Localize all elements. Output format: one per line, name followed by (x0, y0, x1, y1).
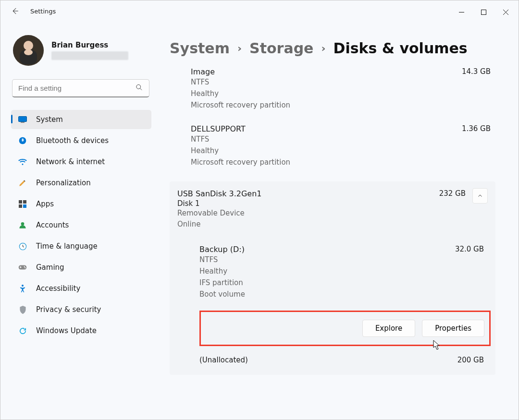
nav-label: System (36, 115, 63, 124)
nav-privacy[interactable]: Privacy & security (11, 300, 151, 319)
svg-point-5 (24, 49, 33, 55)
svg-rect-8 (21, 122, 25, 123)
nav-system[interactable]: System (11, 110, 151, 129)
disk-card: USB SanDisk 3.2Gen1 232 GB Disk 1 Remova… (170, 181, 495, 375)
nav-list: System Bluetooth & devices Network & int… (11, 110, 151, 340)
volume-boot-type: Boot volume (199, 288, 488, 300)
shield-icon (18, 305, 27, 314)
nav-label: Personalization (36, 179, 91, 187)
svg-point-17 (24, 266, 25, 267)
wifi-icon (18, 157, 27, 167)
volume-fs: NTFS (199, 254, 488, 265)
bluetooth-icon (18, 136, 27, 145)
main-content: System › Storage › Disks & volumes Image… (153, 24, 519, 420)
nav-label: Windows Update (36, 326, 97, 335)
nav-accessibility[interactable]: Accessibility (11, 279, 151, 298)
svg-rect-11 (23, 200, 26, 204)
action-highlight-box: Explore Properties (199, 311, 491, 346)
nav-label: Accessibility (36, 284, 80, 293)
profile[interactable]: Brian Burgess (11, 35, 151, 66)
search-input[interactable] (12, 79, 149, 97)
volume-size: 1.36 GB (462, 124, 491, 133)
breadcrumb-system[interactable]: System (170, 40, 230, 57)
svg-rect-7 (19, 117, 27, 122)
unallocated-row[interactable]: (Unallocated) 200 GB (177, 356, 488, 364)
nav-label: Time & language (36, 242, 98, 251)
app-title: Settings (30, 8, 56, 15)
nav-personalization[interactable]: Personalization (11, 173, 151, 192)
nav-label: Network & internet (36, 157, 105, 166)
breadcrumb: System › Storage › Disks & volumes (170, 40, 495, 57)
svg-rect-10 (19, 200, 22, 204)
profile-name: Brian Burgess (51, 41, 128, 49)
chevron-right-icon: › (321, 42, 325, 54)
disk-status: Online (177, 219, 488, 230)
svg-point-18 (25, 267, 25, 268)
nav-update[interactable]: Windows Update (11, 321, 151, 340)
apps-icon (18, 199, 27, 209)
back-button[interactable] (10, 6, 20, 16)
disk-size: 232 GB (439, 189, 466, 198)
nav-apps[interactable]: Apps (11, 194, 151, 214)
svg-rect-12 (19, 204, 22, 208)
nav-network[interactable]: Network & internet (11, 152, 151, 171)
search-box[interactable] (12, 79, 149, 97)
volume-fs: NTFS (191, 133, 495, 145)
nav-label: Privacy & security (36, 305, 101, 314)
person-icon (18, 220, 27, 230)
volume-health: Healthy (199, 265, 488, 277)
disk-id: Disk 1 (177, 199, 488, 208)
nav-accounts[interactable]: Accounts (11, 216, 151, 235)
sidebar: Brian Burgess System Bluetooth & devi (0, 24, 153, 420)
volume-name: Backup (D:) (199, 245, 488, 254)
minimize-button[interactable] (450, 4, 472, 20)
chevron-right-icon: › (237, 42, 242, 54)
volume-name: DELLSUPPORT (191, 124, 495, 133)
profile-email-redacted (51, 51, 128, 60)
collapse-button[interactable] (472, 188, 488, 204)
accessibility-icon (18, 284, 27, 293)
volume-type: Microsoft recovery partition (191, 99, 495, 111)
svg-rect-1 (481, 10, 486, 14)
volume-backup[interactable]: Backup (D:) 32.0 GB NTFS Healthy IFS par… (177, 245, 488, 346)
update-icon (18, 326, 27, 336)
volume-dellsupport[interactable]: DELLSUPPORT 1.36 GB NTFS Healthy Microso… (170, 124, 495, 168)
breadcrumb-current: Disks & volumes (334, 40, 468, 57)
breadcrumb-storage[interactable]: Storage (249, 40, 313, 57)
titlebar: Settings (0, 0, 519, 24)
nav-label: Accounts (36, 221, 69, 229)
volume-partition-type: IFS partition (199, 277, 488, 288)
disk-kind: Removable Device (177, 208, 488, 219)
volume-fs: NTFS (191, 76, 495, 88)
svg-rect-13 (23, 204, 26, 208)
svg-point-19 (22, 285, 24, 287)
nav-label: Apps (36, 200, 54, 208)
close-button[interactable] (494, 4, 517, 20)
volume-type: Microsoft recovery partition (191, 156, 495, 168)
gamepad-icon (18, 263, 27, 272)
nav-time[interactable]: Time & language (11, 237, 151, 256)
volume-health: Healthy (191, 145, 495, 156)
nav-label: Bluetooth & devices (36, 136, 109, 145)
volume-size: 32.0 GB (455, 245, 484, 253)
nav-label: Gaming (36, 263, 64, 272)
clock-icon (18, 241, 27, 251)
system-icon (18, 115, 27, 124)
unallocated-size: 200 GB (457, 356, 484, 364)
properties-button[interactable]: Properties (422, 320, 484, 337)
svg-rect-0 (459, 12, 464, 12)
nav-bluetooth[interactable]: Bluetooth & devices (11, 131, 151, 150)
svg-point-14 (21, 222, 25, 226)
disk-header[interactable]: USB SanDisk 3.2Gen1 232 GB Disk 1 Remova… (177, 189, 488, 230)
maximize-button[interactable] (472, 4, 494, 20)
unallocated-label: (Unallocated) (199, 356, 248, 364)
paintbrush-icon (18, 178, 27, 188)
volume-name: Image (191, 67, 495, 76)
avatar (13, 35, 44, 66)
svg-point-3 (24, 41, 33, 50)
volume-health: Healthy (191, 88, 495, 99)
nav-gaming[interactable]: Gaming (11, 258, 151, 277)
volume-image[interactable]: Image 14.3 GB NTFS Healthy Microsoft rec… (170, 67, 495, 111)
volume-size: 14.3 GB (462, 67, 491, 76)
explore-button[interactable]: Explore (362, 320, 415, 337)
